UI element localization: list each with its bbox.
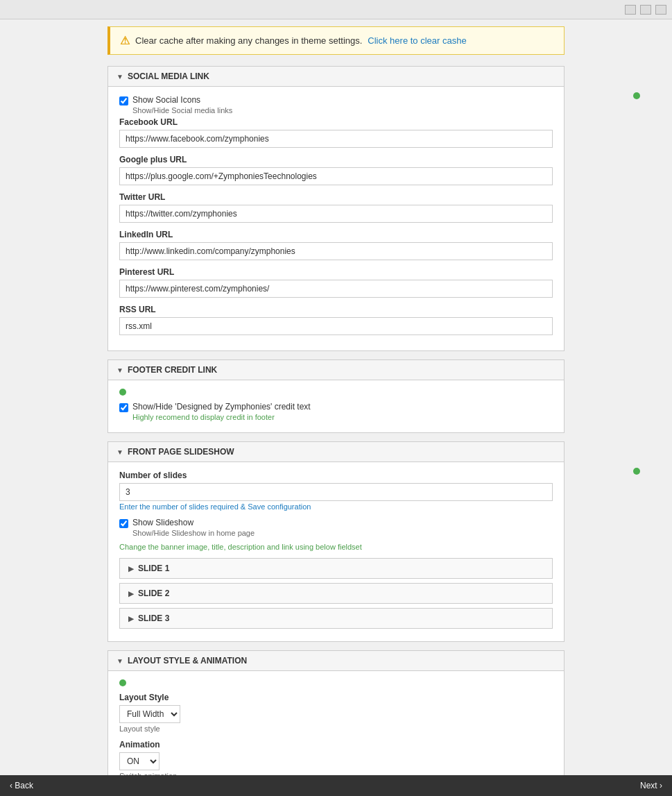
facebook-field-group: Facebook URL xyxy=(119,117,553,148)
slideshow-header[interactable]: ▼ FRONT PAGE SLIDESHOW xyxy=(108,442,564,462)
slides-count-group: Number of slides Enter the number of sli… xyxy=(119,471,553,511)
pinterest-label: Pinterest URL xyxy=(119,267,553,277)
footer-credit-section: ▼ FOOTER CREDIT LINK Show/Hide 'Designed… xyxy=(107,359,565,433)
facebook-input[interactable] xyxy=(119,130,553,148)
show-slideshow-row: Show Slideshow Show/Hide Slideshow in ho… xyxy=(119,518,553,537)
facebook-label: Facebook URL xyxy=(119,117,553,127)
back-button[interactable]: ‹ Back xyxy=(10,781,33,790)
slides-count-input[interactable] xyxy=(119,483,553,501)
slide1-item[interactable]: ▶ SLIDE 1 xyxy=(119,558,553,579)
pinterest-input[interactable] xyxy=(119,280,553,298)
show-social-checkbox[interactable] xyxy=(119,96,128,105)
show-social-label: Show Social Icons xyxy=(132,95,232,105)
twitter-input[interactable] xyxy=(119,205,553,223)
next-button[interactable]: Next › xyxy=(640,781,662,790)
close-button[interactable] xyxy=(655,5,666,15)
bottom-nav: ‹ Back Next › xyxy=(0,775,672,796)
slideshow-title: FRONT PAGE SLIDESHOW xyxy=(128,447,234,457)
show-slideshow-hint: Show/Hide Slideshow in home page xyxy=(132,529,255,537)
show-social-row: Show Social Icons Show/Hide Social media… xyxy=(119,95,553,115)
slide2-item[interactable]: ▶ SLIDE 2 xyxy=(119,583,553,604)
alert-box: ⚠ Clear cache after making any changes i… xyxy=(107,26,565,55)
slideshow-section: ▼ FRONT PAGE SLIDESHOW Number of slides … xyxy=(107,441,565,642)
slide2-arrow: ▶ xyxy=(128,590,134,598)
warning-icon: ⚠ xyxy=(120,34,130,47)
clear-cache-link[interactable]: Click here to clear cashe xyxy=(368,35,466,46)
linkedin-field-group: LinkedIn URL xyxy=(119,230,553,260)
show-slideshow-label: Show Slideshow xyxy=(132,518,255,527)
linkedin-input[interactable] xyxy=(119,242,553,260)
show-credit-hint: Highly recomend to display credit in foo… xyxy=(132,413,311,421)
show-slideshow-checkbox[interactable] xyxy=(119,519,128,528)
layout-style-group: Layout Style Full Width Boxed Layout sty… xyxy=(119,693,553,733)
main-window: ⚠ Clear cache after making any changes i… xyxy=(0,0,672,796)
animation-label: Animation xyxy=(119,740,553,750)
slideshow-green-dot xyxy=(633,468,640,475)
rss-field-group: RSS URL xyxy=(119,305,553,335)
layout-title: LAYOUT STYLE & ANIMATION xyxy=(128,656,247,666)
footer-green-dot xyxy=(119,389,126,396)
layout-green-dot xyxy=(119,679,126,686)
social-media-body: Show Social Icons Show/Hide Social media… xyxy=(108,87,564,350)
change-banner-hint: Change the banner image, title, descript… xyxy=(119,543,553,551)
show-credit-row: Show/Hide 'Designed by Zymphonies' credi… xyxy=(119,402,553,421)
layout-style-hint: Layout style xyxy=(119,725,553,733)
twitter-field-group: Twitter URL xyxy=(119,192,553,223)
google-label: Google plus URL xyxy=(119,155,553,164)
slide3-arrow: ▶ xyxy=(128,615,134,623)
layout-arrow: ▼ xyxy=(117,657,123,665)
show-social-hint: Show/Hide Social media links xyxy=(132,106,232,115)
twitter-label: Twitter URL xyxy=(119,192,553,202)
slideshow-body: Number of slides Enter the number of sli… xyxy=(108,462,564,641)
rss-input[interactable] xyxy=(119,317,553,335)
layout-style-select[interactable]: Full Width Boxed xyxy=(119,705,180,723)
social-media-section: ▼ SOCIAL MEDIA LINK Show Social Icons Sh… xyxy=(107,66,565,351)
animation-select[interactable]: ON OFF xyxy=(119,752,160,770)
maximize-button[interactable] xyxy=(640,5,651,15)
alert-message: Clear cache after making any changes in … xyxy=(135,35,362,46)
social-media-arrow: ▼ xyxy=(117,73,123,81)
slideshow-arrow: ▼ xyxy=(117,448,123,456)
slides-count-hint: Enter the number of slides required & Sa… xyxy=(119,502,553,511)
linkedin-label: LinkedIn URL xyxy=(119,230,553,239)
social-media-title: SOCIAL MEDIA LINK xyxy=(128,71,209,81)
google-input[interactable] xyxy=(119,167,553,185)
slide1-arrow: ▶ xyxy=(128,565,134,573)
google-field-group: Google plus URL xyxy=(119,155,553,185)
green-dot-indicator xyxy=(633,92,640,99)
layout-header[interactable]: ▼ LAYOUT STYLE & ANIMATION xyxy=(108,651,564,671)
title-bar xyxy=(0,0,672,19)
content-area: ⚠ Clear cache after making any changes i… xyxy=(0,19,672,796)
show-credit-checkbox[interactable] xyxy=(119,403,128,412)
slide1-label: SLIDE 1 xyxy=(138,564,169,573)
minimize-button[interactable] xyxy=(625,5,636,15)
footer-credit-header[interactable]: ▼ FOOTER CREDIT LINK xyxy=(108,360,564,380)
layout-section: ▼ LAYOUT STYLE & ANIMATION Layout Style … xyxy=(107,650,565,796)
footer-credit-title: FOOTER CREDIT LINK xyxy=(128,365,217,375)
animation-group: Animation ON OFF Switch animation xyxy=(119,740,553,780)
layout-style-label: Layout Style xyxy=(119,693,553,702)
slide2-label: SLIDE 2 xyxy=(138,588,169,598)
slides-count-label: Number of slides xyxy=(119,471,553,480)
slide3-label: SLIDE 3 xyxy=(138,613,169,623)
show-credit-label: Show/Hide 'Designed by Zymphonies' credi… xyxy=(132,402,311,412)
rss-label: RSS URL xyxy=(119,305,553,314)
footer-credit-arrow: ▼ xyxy=(117,366,123,374)
social-media-header[interactable]: ▼ SOCIAL MEDIA LINK xyxy=(108,67,564,87)
pinterest-field-group: Pinterest URL xyxy=(119,267,553,298)
slide3-item[interactable]: ▶ SLIDE 3 xyxy=(119,608,553,629)
footer-credit-body: Show/Hide 'Designed by Zymphonies' credi… xyxy=(108,380,564,432)
